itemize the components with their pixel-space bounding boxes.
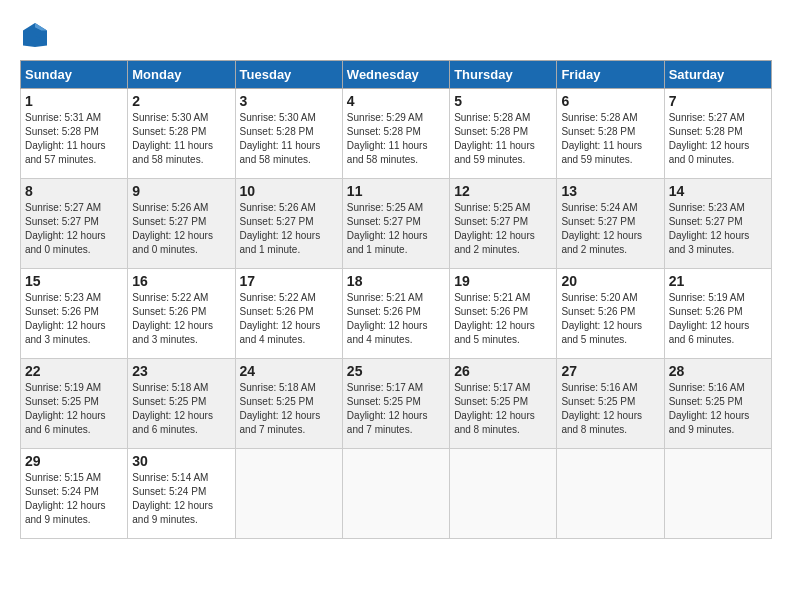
day-number: 21 [669, 273, 767, 289]
calendar-cell: 20Sunrise: 5:20 AM Sunset: 5:26 PM Dayli… [557, 269, 664, 359]
day-info: Sunrise: 5:25 AM Sunset: 5:27 PM Dayligh… [347, 201, 445, 257]
day-info: Sunrise: 5:24 AM Sunset: 5:27 PM Dayligh… [561, 201, 659, 257]
calendar-week-1: 1Sunrise: 5:31 AM Sunset: 5:28 PM Daylig… [21, 89, 772, 179]
day-number: 4 [347, 93, 445, 109]
day-number: 29 [25, 453, 123, 469]
calendar-cell: 13Sunrise: 5:24 AM Sunset: 5:27 PM Dayli… [557, 179, 664, 269]
calendar-cell: 9Sunrise: 5:26 AM Sunset: 5:27 PM Daylig… [128, 179, 235, 269]
calendar-cell: 19Sunrise: 5:21 AM Sunset: 5:26 PM Dayli… [450, 269, 557, 359]
logo [20, 20, 54, 50]
day-number: 14 [669, 183, 767, 199]
calendar-cell [235, 449, 342, 539]
day-number: 26 [454, 363, 552, 379]
calendar-cell: 15Sunrise: 5:23 AM Sunset: 5:26 PM Dayli… [21, 269, 128, 359]
day-info: Sunrise: 5:14 AM Sunset: 5:24 PM Dayligh… [132, 471, 230, 527]
day-number: 10 [240, 183, 338, 199]
day-header-saturday: Saturday [664, 61, 771, 89]
day-info: Sunrise: 5:26 AM Sunset: 5:27 PM Dayligh… [132, 201, 230, 257]
calendar-cell [664, 449, 771, 539]
day-info: Sunrise: 5:19 AM Sunset: 5:26 PM Dayligh… [669, 291, 767, 347]
day-info: Sunrise: 5:28 AM Sunset: 5:28 PM Dayligh… [561, 111, 659, 167]
day-header-wednesday: Wednesday [342, 61, 449, 89]
calendar-cell: 21Sunrise: 5:19 AM Sunset: 5:26 PM Dayli… [664, 269, 771, 359]
header-row: SundayMondayTuesdayWednesdayThursdayFrid… [21, 61, 772, 89]
day-info: Sunrise: 5:28 AM Sunset: 5:28 PM Dayligh… [454, 111, 552, 167]
calendar-week-5: 29Sunrise: 5:15 AM Sunset: 5:24 PM Dayli… [21, 449, 772, 539]
calendar-cell: 14Sunrise: 5:23 AM Sunset: 5:27 PM Dayli… [664, 179, 771, 269]
calendar-cell: 8Sunrise: 5:27 AM Sunset: 5:27 PM Daylig… [21, 179, 128, 269]
day-info: Sunrise: 5:22 AM Sunset: 5:26 PM Dayligh… [132, 291, 230, 347]
calendar-table: SundayMondayTuesdayWednesdayThursdayFrid… [20, 60, 772, 539]
calendar-cell: 7Sunrise: 5:27 AM Sunset: 5:28 PM Daylig… [664, 89, 771, 179]
calendar-cell: 24Sunrise: 5:18 AM Sunset: 5:25 PM Dayli… [235, 359, 342, 449]
day-info: Sunrise: 5:25 AM Sunset: 5:27 PM Dayligh… [454, 201, 552, 257]
calendar-cell: 18Sunrise: 5:21 AM Sunset: 5:26 PM Dayli… [342, 269, 449, 359]
calendar-cell: 10Sunrise: 5:26 AM Sunset: 5:27 PM Dayli… [235, 179, 342, 269]
calendar-cell: 29Sunrise: 5:15 AM Sunset: 5:24 PM Dayli… [21, 449, 128, 539]
day-number: 24 [240, 363, 338, 379]
calendar-cell: 4Sunrise: 5:29 AM Sunset: 5:28 PM Daylig… [342, 89, 449, 179]
day-info: Sunrise: 5:31 AM Sunset: 5:28 PM Dayligh… [25, 111, 123, 167]
calendar-cell: 26Sunrise: 5:17 AM Sunset: 5:25 PM Dayli… [450, 359, 557, 449]
logo-icon [20, 20, 50, 50]
day-info: Sunrise: 5:27 AM Sunset: 5:28 PM Dayligh… [669, 111, 767, 167]
day-number: 6 [561, 93, 659, 109]
calendar-cell: 30Sunrise: 5:14 AM Sunset: 5:24 PM Dayli… [128, 449, 235, 539]
day-info: Sunrise: 5:17 AM Sunset: 5:25 PM Dayligh… [454, 381, 552, 437]
day-number: 30 [132, 453, 230, 469]
calendar-cell: 27Sunrise: 5:16 AM Sunset: 5:25 PM Dayli… [557, 359, 664, 449]
day-info: Sunrise: 5:16 AM Sunset: 5:25 PM Dayligh… [669, 381, 767, 437]
day-number: 2 [132, 93, 230, 109]
day-header-thursday: Thursday [450, 61, 557, 89]
day-number: 17 [240, 273, 338, 289]
day-info: Sunrise: 5:23 AM Sunset: 5:27 PM Dayligh… [669, 201, 767, 257]
day-number: 28 [669, 363, 767, 379]
day-number: 9 [132, 183, 230, 199]
day-info: Sunrise: 5:21 AM Sunset: 5:26 PM Dayligh… [347, 291, 445, 347]
day-number: 12 [454, 183, 552, 199]
day-info: Sunrise: 5:27 AM Sunset: 5:27 PM Dayligh… [25, 201, 123, 257]
day-info: Sunrise: 5:17 AM Sunset: 5:25 PM Dayligh… [347, 381, 445, 437]
calendar-cell: 5Sunrise: 5:28 AM Sunset: 5:28 PM Daylig… [450, 89, 557, 179]
day-number: 23 [132, 363, 230, 379]
calendar-cell: 1Sunrise: 5:31 AM Sunset: 5:28 PM Daylig… [21, 89, 128, 179]
day-info: Sunrise: 5:22 AM Sunset: 5:26 PM Dayligh… [240, 291, 338, 347]
day-number: 16 [132, 273, 230, 289]
day-number: 5 [454, 93, 552, 109]
calendar-cell [342, 449, 449, 539]
day-number: 22 [25, 363, 123, 379]
day-info: Sunrise: 5:29 AM Sunset: 5:28 PM Dayligh… [347, 111, 445, 167]
calendar-cell: 28Sunrise: 5:16 AM Sunset: 5:25 PM Dayli… [664, 359, 771, 449]
day-number: 15 [25, 273, 123, 289]
day-number: 1 [25, 93, 123, 109]
day-number: 8 [25, 183, 123, 199]
day-info: Sunrise: 5:16 AM Sunset: 5:25 PM Dayligh… [561, 381, 659, 437]
day-info: Sunrise: 5:30 AM Sunset: 5:28 PM Dayligh… [240, 111, 338, 167]
calendar-cell: 22Sunrise: 5:19 AM Sunset: 5:25 PM Dayli… [21, 359, 128, 449]
day-number: 3 [240, 93, 338, 109]
day-info: Sunrise: 5:15 AM Sunset: 5:24 PM Dayligh… [25, 471, 123, 527]
page-header [20, 20, 772, 50]
day-info: Sunrise: 5:30 AM Sunset: 5:28 PM Dayligh… [132, 111, 230, 167]
calendar-cell: 17Sunrise: 5:22 AM Sunset: 5:26 PM Dayli… [235, 269, 342, 359]
day-number: 25 [347, 363, 445, 379]
day-header-tuesday: Tuesday [235, 61, 342, 89]
day-header-monday: Monday [128, 61, 235, 89]
day-number: 18 [347, 273, 445, 289]
day-number: 19 [454, 273, 552, 289]
calendar-cell: 12Sunrise: 5:25 AM Sunset: 5:27 PM Dayli… [450, 179, 557, 269]
calendar-cell [557, 449, 664, 539]
calendar-week-4: 22Sunrise: 5:19 AM Sunset: 5:25 PM Dayli… [21, 359, 772, 449]
calendar-cell: 6Sunrise: 5:28 AM Sunset: 5:28 PM Daylig… [557, 89, 664, 179]
calendar-cell: 16Sunrise: 5:22 AM Sunset: 5:26 PM Dayli… [128, 269, 235, 359]
calendar-cell [450, 449, 557, 539]
day-header-friday: Friday [557, 61, 664, 89]
day-number: 20 [561, 273, 659, 289]
calendar-week-2: 8Sunrise: 5:27 AM Sunset: 5:27 PM Daylig… [21, 179, 772, 269]
day-number: 7 [669, 93, 767, 109]
day-header-sunday: Sunday [21, 61, 128, 89]
day-info: Sunrise: 5:23 AM Sunset: 5:26 PM Dayligh… [25, 291, 123, 347]
calendar-cell: 2Sunrise: 5:30 AM Sunset: 5:28 PM Daylig… [128, 89, 235, 179]
calendar-cell: 3Sunrise: 5:30 AM Sunset: 5:28 PM Daylig… [235, 89, 342, 179]
day-info: Sunrise: 5:18 AM Sunset: 5:25 PM Dayligh… [132, 381, 230, 437]
